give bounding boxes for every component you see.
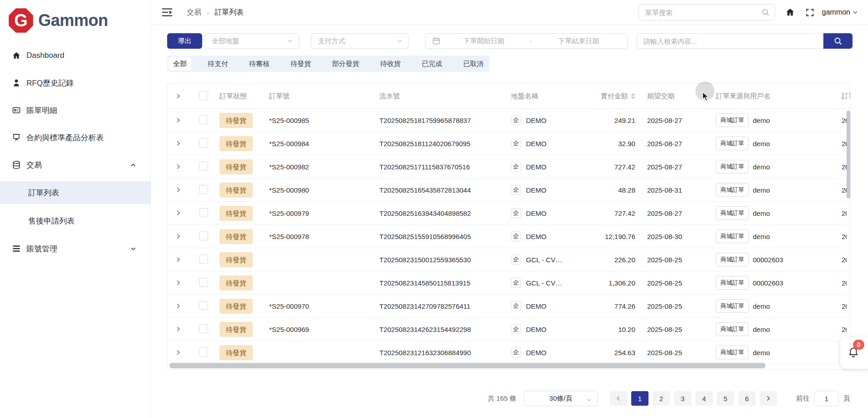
search-button[interactable] <box>823 33 853 49</box>
row-checkbox[interactable] <box>199 301 208 310</box>
expand-row-icon[interactable] <box>175 326 181 332</box>
tab-7[interactable]: 已取消 <box>459 57 488 71</box>
expand-all-icon[interactable] <box>175 93 181 99</box>
user-name: demo <box>753 233 770 240</box>
expand-row-icon[interactable] <box>175 117 181 123</box>
expand-row-icon[interactable] <box>175 210 181 216</box>
row-checkbox[interactable] <box>199 162 208 171</box>
source-badge: 商城訂單 <box>716 299 749 313</box>
table-row: 待發貨*S25-000985T20250825181759965878837企D… <box>168 109 850 132</box>
sidebar-item-database[interactable]: 交易 <box>0 151 150 178</box>
horizontal-scrollbar[interactable] <box>168 363 850 368</box>
column-header-expect-date[interactable]: 期望交期 <box>635 92 705 101</box>
expand-row-icon[interactable] <box>175 303 181 309</box>
row-checkbox[interactable] <box>199 324 208 333</box>
page-size-select[interactable]: 30條/頁 <box>524 391 598 406</box>
tab-3[interactable]: 待發貨 <box>286 57 316 71</box>
page-button-2[interactable]: 2 <box>653 391 670 406</box>
tab-2[interactable]: 待審核 <box>245 57 274 71</box>
tab-5[interactable]: 待收貨 <box>376 57 405 71</box>
row-checkbox[interactable] <box>199 115 208 124</box>
sort-icons[interactable] <box>631 93 635 99</box>
page-button-3[interactable]: 3 <box>674 391 691 406</box>
order-no-cell: *S25-000978 <box>269 233 379 240</box>
fullscreen-icon[interactable] <box>805 8 815 17</box>
expand-row-icon[interactable] <box>175 280 181 286</box>
page-button-6[interactable]: 6 <box>738 391 756 406</box>
menu-search-input[interactable] <box>638 4 775 20</box>
expand-row-icon[interactable] <box>175 187 181 193</box>
tab-1[interactable]: 待支付 <box>203 57 233 71</box>
tab-6[interactable]: 已完成 <box>417 57 447 71</box>
table-row: 待發貨*S25-000969T20250823142623154492298企D… <box>168 318 850 341</box>
row-checkbox[interactable] <box>199 208 208 217</box>
row-checkbox[interactable] <box>199 255 208 264</box>
expand-row-icon[interactable] <box>175 256 181 263</box>
source-badge: 商城訂單 <box>716 276 749 290</box>
order-date-range[interactable]: 下單開始日期 - 下單結束日期 <box>425 33 628 49</box>
amount-cell: 249.21 <box>575 117 635 124</box>
menu-icon <box>12 244 21 253</box>
expect-date-cell: 2025-08-27 <box>635 117 705 124</box>
expand-row-icon[interactable] <box>175 163 181 170</box>
site-name: DEMO <box>526 326 546 333</box>
breadcrumb-parent[interactable]: 交易 <box>187 8 201 17</box>
column-header-clipped[interactable]: 訂單 <box>840 92 850 101</box>
column-header-site[interactable]: 地盤名稱 <box>511 92 575 101</box>
site-select[interactable]: 全部地盤 <box>205 33 299 49</box>
sidebar-item-person[interactable]: RFQ歷史記錄 <box>0 69 150 97</box>
sidebar-subitem[interactable]: 售後申請列表 <box>0 207 150 235</box>
row-checkbox[interactable] <box>199 185 208 194</box>
horizontal-scrollbar-thumb[interactable] <box>169 363 766 368</box>
source-cell: 商城訂單demo <box>705 113 840 127</box>
sidebar-item-menu[interactable]: 賬號管理 <box>0 235 150 262</box>
page-button-5[interactable]: 5 <box>717 391 734 406</box>
row-checkbox[interactable] <box>199 231 208 240</box>
sort-asc-icon[interactable] <box>631 93 635 96</box>
column-header-source[interactable]: 訂單來源與用戶名 <box>705 92 840 101</box>
keyword-search-input[interactable] <box>637 33 823 49</box>
column-header-serial[interactable]: 流水號 <box>379 92 511 101</box>
site-cell: 企GCL - CV… <box>511 255 575 265</box>
export-button[interactable]: 導出 <box>167 33 202 49</box>
sidebar-subitem[interactable]: 訂單列表 <box>0 178 150 207</box>
expand-row-icon[interactable] <box>175 233 181 240</box>
pagination-bar: 共 165 條 30條/頁 123456 前往 1 頁 <box>151 391 868 406</box>
page-button-4[interactable]: 4 <box>695 391 713 406</box>
vertical-scrollbar[interactable] <box>847 109 850 362</box>
column-header-amount[interactable]: 實付金額 <box>575 92 635 101</box>
date-start-input[interactable]: 下單開始日期 <box>440 37 527 46</box>
tab-4[interactable]: 部分發貨 <box>327 57 364 71</box>
select-all-checkbox[interactable] <box>199 91 208 100</box>
sidebar-item-label: 合約與標準產品分析表 <box>26 133 104 143</box>
sidebar-item-dashboard[interactable]: Dashboard <box>0 42 150 69</box>
notification-card[interactable]: 0 <box>840 337 868 369</box>
next-page-button[interactable] <box>760 391 777 406</box>
row-checkbox[interactable] <box>199 278 208 287</box>
chevron-down-icon <box>396 38 403 44</box>
goto-page-input[interactable]: 1 <box>814 391 839 406</box>
row-checkbox[interactable] <box>199 138 208 148</box>
source-cell: 商城訂單demo <box>705 183 840 197</box>
column-header-status[interactable]: 訂單狀態 <box>208 92 269 101</box>
expand-row-icon[interactable] <box>175 349 181 356</box>
page-button-1[interactable]: 1 <box>631 391 648 406</box>
payment-select[interactable]: 支付方式 <box>311 33 408 49</box>
source-cell: 商城訂單00002603 <box>705 276 840 290</box>
row-checkbox[interactable] <box>199 347 208 357</box>
sidebar-item-bill[interactable]: 賬單明細 <box>0 97 150 124</box>
user-menu[interactable]: gammon <box>822 8 858 16</box>
sort-desc-icon[interactable] <box>631 97 635 99</box>
site-cell: 企DEMO <box>511 301 575 311</box>
expand-row-icon[interactable] <box>175 140 181 147</box>
sidebar-nav: DashboardRFQ歷史記錄賬單明細合約與標準產品分析表交易訂單列表售後申請… <box>0 42 150 262</box>
prev-page-button[interactable] <box>610 391 627 406</box>
vertical-scrollbar-thumb[interactable] <box>847 111 850 199</box>
collapse-menu-icon[interactable] <box>162 8 173 17</box>
tab-0[interactable]: 全部 <box>168 57 191 71</box>
home-icon[interactable] <box>785 7 795 17</box>
date-end-input[interactable]: 下單結束日期 <box>535 37 622 46</box>
enterprise-badge: 企 <box>511 347 521 357</box>
sidebar-item-board[interactable]: 合約與標準產品分析表 <box>0 124 150 151</box>
column-header-order-no[interactable]: 訂單號 <box>269 92 379 101</box>
